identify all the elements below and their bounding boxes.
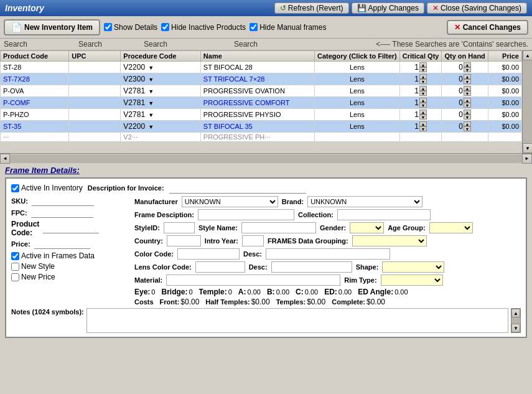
color-desc-input[interactable] <box>266 248 390 260</box>
crit-spinner[interactable]: ▲ ▼ <box>419 62 427 72</box>
crit-spinner[interactable]: ▲ ▼ <box>419 110 427 120</box>
qty-down[interactable]: ▼ <box>464 67 471 72</box>
crit-up[interactable]: ▲ <box>419 74 427 79</box>
qty-down[interactable]: ▼ <box>464 115 471 120</box>
header-category[interactable]: Category (Click to Filter) <box>315 51 400 62</box>
shape-select[interactable] <box>382 261 444 273</box>
crit-down[interactable]: ▼ <box>419 79 427 84</box>
qty-spinner[interactable]: ▲ ▼ <box>464 110 471 120</box>
active-inventory-checkbox[interactable] <box>11 184 19 192</box>
crit-up[interactable]: ▲ <box>419 62 427 67</box>
price-input[interactable] <box>34 239 90 249</box>
collection-input[interactable] <box>337 209 431 220</box>
qty-up[interactable]: ▲ <box>464 62 471 67</box>
table-row[interactable]: ST-35 V2200 ▼ ST BIFOCAL 35 Lens 1 ▲ ▼ 0… <box>1 121 522 133</box>
manufacturer-select[interactable]: UNKNOWN <box>182 196 278 207</box>
product-code-input[interactable] <box>43 223 99 233</box>
crit-down[interactable]: ▼ <box>419 67 427 72</box>
lens-color-input[interactable] <box>195 261 245 273</box>
scroll-left-arrow[interactable]: ◄ <box>0 154 10 164</box>
table-row[interactable]: ST-7X28 V2300 ▼ ST TRIFOCAL 7×28 Lens 1 … <box>1 73 522 85</box>
crit-spinner[interactable]: ▲ ▼ <box>419 98 427 108</box>
scroll-up-arrow[interactable]: ▲ <box>523 50 532 60</box>
hide-manual-checkbox-label[interactable]: Hide Manual frames <box>250 23 326 32</box>
show-details-checkbox[interactable] <box>104 23 112 31</box>
gender-select[interactable] <box>350 222 384 233</box>
age-group-select[interactable] <box>429 222 473 233</box>
qty-spinner[interactable]: ▲ ▼ <box>464 62 471 72</box>
hide-inactive-checkbox[interactable] <box>161 23 169 31</box>
hide-inactive-checkbox-label[interactable]: Hide Inactive Products <box>161 23 246 32</box>
crit-down[interactable]: ▼ <box>419 91 427 96</box>
notes-scroll-down[interactable]: ▼ <box>511 324 520 332</box>
active-frames-data-checkbox[interactable] <box>11 252 19 260</box>
crit-spinner[interactable]: ▲ ▼ <box>419 86 427 96</box>
qty-up[interactable]: ▲ <box>464 110 471 115</box>
scroll-down-arrow[interactable]: ▼ <box>523 143 532 153</box>
table-row[interactable]: P-PHZO V2781 ▼ PROGRESSIVE PHYSIO Lens 1… <box>1 109 522 121</box>
qty-spinner[interactable]: ▲ ▼ <box>464 121 471 131</box>
proc-dropdown-arrow[interactable]: ▼ <box>148 124 154 130</box>
fpc-input[interactable] <box>31 208 93 218</box>
show-details-checkbox-label[interactable]: Show Details <box>104 23 157 32</box>
qty-down[interactable]: ▼ <box>464 91 471 96</box>
color-code-input[interactable] <box>177 248 240 260</box>
lens-desc-input[interactable] <box>271 261 352 273</box>
sku-input[interactable] <box>32 196 94 206</box>
scroll-right-arrow[interactable]: ► <box>522 154 532 164</box>
rim-type-select[interactable] <box>381 274 443 286</box>
qty-up[interactable]: ▲ <box>464 121 471 126</box>
table-row[interactable]: P-OVA V2781 ▼ PROGRESSIVE OVATION Lens 1… <box>1 85 522 97</box>
notes-scroll-up[interactable]: ▲ <box>511 309 520 317</box>
styleid-input[interactable] <box>164 222 195 233</box>
crit-spinner[interactable]: ▲ ▼ <box>419 74 427 84</box>
proc-dropdown-arrow[interactable]: ▼ <box>148 88 154 95</box>
new-inventory-item-button[interactable]: 📄 New Inventory Item <box>4 19 100 35</box>
qty-down[interactable]: ▼ <box>464 103 471 108</box>
qty-spinner[interactable]: ▲ ▼ <box>464 74 471 84</box>
brand-select[interactable]: UNKNOWN <box>307 196 422 207</box>
material-input[interactable] <box>166 274 340 286</box>
frame-desc-input[interactable] <box>198 209 294 220</box>
stylename-input[interactable] <box>241 222 316 233</box>
cancel-changes-button[interactable]: ✕ Cancel Changes <box>447 20 528 35</box>
new-price-checkbox[interactable] <box>11 273 19 281</box>
crit-down[interactable]: ▼ <box>419 115 427 120</box>
qty-up[interactable]: ▲ <box>464 98 471 103</box>
intro-year-input[interactable] <box>242 235 264 246</box>
proc-dropdown-arrow[interactable]: ▼ <box>148 65 154 71</box>
horizontal-scrollbar[interactable]: ◄ ► <box>0 153 532 163</box>
active-frames-data-label[interactable]: Active in Frames Data <box>11 251 129 260</box>
qty-spinner[interactable]: ▲ ▼ <box>464 98 471 108</box>
qty-up[interactable]: ▲ <box>464 86 471 91</box>
close-button[interactable]: ✕ Close (Saving Changes) <box>427 2 527 14</box>
new-style-checkbox[interactable] <box>11 263 19 271</box>
refresh-button[interactable]: ↺ Refresh (Revert) <box>274 2 349 14</box>
description-input[interactable] <box>169 182 306 194</box>
hide-manual-checkbox[interactable] <box>250 23 258 31</box>
crit-spinner[interactable]: ▲ ▼ <box>419 121 427 131</box>
table-row[interactable]: ST-28 V2200 ▼ ST BIFOCAL 28 Lens 1 ▲ ▼ 0… <box>1 62 522 73</box>
proc-dropdown-arrow[interactable]: ▼ <box>148 77 154 83</box>
proc-dropdown-arrow[interactable]: ▼ <box>148 112 154 118</box>
crit-up[interactable]: ▲ <box>419 110 427 115</box>
table-row[interactable]: P-COMF V2781 ▼ PROGRESSIVE COMFORT Lens … <box>1 97 522 109</box>
crit-up[interactable]: ▲ <box>419 98 427 103</box>
qty-down[interactable]: ▼ <box>464 79 471 84</box>
vertical-scrollbar[interactable]: ▲ ▼ <box>522 50 532 153</box>
new-price-label[interactable]: New Price <box>11 273 129 281</box>
qty-down[interactable]: ▼ <box>464 126 471 131</box>
active-inventory-label[interactable]: Active In Inventory <box>11 184 83 192</box>
crit-up[interactable]: ▲ <box>419 121 427 126</box>
country-input[interactable] <box>167 235 201 246</box>
proc-dropdown-arrow[interactable]: ▼ <box>148 100 154 106</box>
crit-down[interactable]: ▼ <box>419 103 427 108</box>
crit-down[interactable]: ▼ <box>419 126 427 131</box>
notes-textarea[interactable] <box>86 308 508 333</box>
notes-scrollbar[interactable]: ▲ ▼ <box>511 308 521 333</box>
crit-up[interactable]: ▲ <box>419 86 427 91</box>
frames-data-grouping-select[interactable] <box>352 235 427 246</box>
qty-up[interactable]: ▲ <box>464 74 471 79</box>
new-style-label[interactable]: New Style <box>11 262 129 271</box>
qty-spinner[interactable]: ▲ ▼ <box>464 86 471 96</box>
